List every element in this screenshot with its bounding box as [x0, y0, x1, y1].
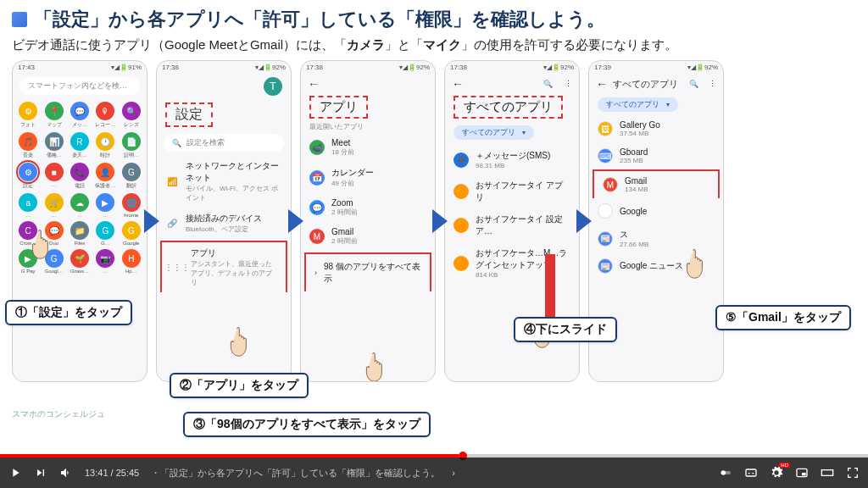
app-row[interactable]: 📹Meet18 分前	[301, 133, 435, 162]
video-title: ・「設定」から各アプリへ「許可」している「権限」を確認しよう。	[151, 467, 440, 480]
all-apps-list[interactable]: 🖼Gallery Go37.54 MB⌨Gboard235 MBMGmail13…	[589, 115, 723, 279]
settings-title: 設定	[165, 103, 213, 127]
app-cell[interactable]: HHp…	[120, 249, 143, 274]
app-cell[interactable]: GGoogl…	[42, 249, 65, 274]
status-right: ▾◢🔋92%	[543, 64, 574, 71]
app-cell[interactable]: ⚙フォト	[16, 102, 40, 129]
show-all-apps[interactable]: › 98 個のアプリをすべて表示	[304, 252, 431, 291]
app-cell[interactable]: 📞電話	[68, 163, 92, 190]
search-icon[interactable]: 🔍	[543, 80, 553, 88]
svg-point-1	[721, 470, 726, 474]
volume-button[interactable]	[59, 466, 73, 480]
statusbar: 17:38 ▾◢🔋92%	[445, 61, 579, 74]
app-cell[interactable]: 🎵音楽	[16, 132, 40, 159]
app-row[interactable]: 🔶おサイフケータイ 設定ア…	[445, 208, 579, 242]
app-row[interactable]: MGmail134 MB	[593, 169, 720, 198]
app-cell[interactable]: 💬メッ…	[68, 102, 92, 129]
filter-pill[interactable]: すべてのアプリ	[598, 97, 678, 112]
app-cell[interactable]: ▶…	[93, 193, 117, 218]
search-icon[interactable]: 🔍	[689, 80, 698, 88]
arrow-icon	[432, 209, 448, 233]
phone-3: 17:38 ▾◢🔋92% アプリ 最近開いたアプリ 📹Meet18 分前📅カレン…	[300, 60, 436, 382]
filter-pill[interactable]: すべてのアプリ	[453, 125, 534, 140]
status-time: 17:39	[594, 64, 611, 71]
settings-row[interactable]: 📶ネットワークとインターネットモバイル、Wi-Fi、アクセス ポイント	[157, 155, 291, 208]
app-cell[interactable]: 🌱Grass…	[68, 249, 92, 274]
app-row[interactable]: GGoogle	[589, 198, 723, 224]
app-cell[interactable]: 🕐時計	[93, 132, 117, 159]
app-cell[interactable]: ■…	[42, 163, 65, 190]
next-button[interactable]	[34, 466, 47, 480]
phones-row: 17:43 ▾◢🔋91% スマートフォン内などを検… ⚙フォト📍マップ💬メッ…🎙…	[12, 60, 856, 382]
subtitle-pre: ビデオ通話に使うアプリ（Google MeetとGmail）には、「	[12, 37, 347, 52]
statusbar: 17:39 ▾◢🔋92%	[589, 61, 723, 74]
subtitle-post: 」の使用を許可する必要になります。	[461, 37, 677, 52]
app-cell[interactable]: ☁…	[68, 193, 92, 218]
statusbar: 17:38 ▾◢🔋92%	[301, 61, 435, 74]
phone-2: 17:38 ▾◢🔋92% T 設定 🔍 設定を検索 📶ネットワークとインターネッ…	[156, 60, 292, 382]
search-input[interactable]: スマートフォン内などを検…	[19, 77, 140, 95]
app-row[interactable]: 📰ス27.66 MB	[589, 224, 723, 253]
app-cell[interactable]: 💬Duo	[42, 221, 65, 246]
app-row[interactable]: 🔶おサイフケータイ アプリ	[445, 175, 579, 208]
app-cell[interactable]: G翻訳	[120, 163, 143, 190]
app-cell[interactable]: 🛒…	[42, 193, 65, 218]
back-icon[interactable]	[308, 77, 320, 91]
status-time: 17:38	[450, 64, 467, 71]
chevron-right-icon: ›	[452, 468, 455, 478]
hand-icon	[362, 349, 392, 382]
app-row[interactable]: 📰Google ニュース	[589, 253, 723, 279]
app-cell[interactable]: 📍マップ	[42, 102, 65, 129]
app-cell[interactable]: 📄証明…	[120, 132, 143, 159]
app-row[interactable]: ⌨Gboard235 MB	[589, 142, 723, 169]
app-cell[interactable]: CCrow…	[16, 221, 40, 246]
play-button[interactable]	[8, 466, 22, 480]
callout-4: ④下にスライド	[514, 317, 617, 342]
app-cell[interactable]: 📁Files	[68, 221, 92, 246]
title-row: 「設定」から各アプリへ「許可」している「権限」を確認しよう。	[12, 7, 856, 32]
app-cell[interactable]: ⚙設定	[16, 163, 40, 190]
all-apps-list[interactable]: ➕＋メッセージ(SMS)98.31 MB🔶おサイフケータイ アプリ🔶おサイフケー…	[445, 145, 579, 284]
app-cell[interactable]: GG…	[93, 221, 117, 246]
slide-title: 「設定」から各アプリへ「許可」している「権限」を確認しよう。	[34, 7, 605, 32]
app-cell[interactable]: GGoogle	[120, 221, 143, 246]
app-cell[interactable]: 📊価格…	[42, 132, 65, 159]
callout-5: ⑤「Gmail」をタップ	[715, 305, 851, 330]
statusbar: 17:38 ▾◢🔋92%	[157, 61, 291, 74]
app-row[interactable]: 💬Zoom2 時間前	[301, 193, 435, 222]
app-cell[interactable]: 🎙レコー…	[93, 102, 117, 129]
settings-button[interactable]	[770, 466, 783, 480]
app-row[interactable]: 🔶おサイフケータ…M…ラグインセットアップ814 KB	[445, 242, 579, 284]
app-row[interactable]: 📅カレンダー49 分前	[301, 162, 435, 193]
subtitle-bold1: カメラ	[347, 37, 385, 52]
back-icon[interactable]	[596, 77, 608, 91]
avatar[interactable]: T	[264, 77, 282, 96]
app-cell[interactable]: 📷…	[93, 249, 117, 274]
app-cell[interactable]: 🌐hrome	[120, 193, 143, 218]
filter-wrap: すべてのアプリ	[445, 120, 579, 145]
settings-search[interactable]: 🔍 設定を検索	[164, 134, 284, 152]
fullscreen-button[interactable]	[846, 466, 860, 480]
theater-button[interactable]	[821, 466, 834, 480]
status-right: ▾◢🔋92%	[255, 64, 286, 71]
app-row[interactable]: 🖼Gallery Go37.54 MB	[589, 115, 723, 142]
back-icon[interactable]	[452, 77, 464, 91]
app-row[interactable]: MGmail2 時間前	[301, 222, 435, 251]
brand-label: スマホのコンシェルジュ	[12, 408, 105, 420]
miniplayer-button[interactable]	[795, 466, 809, 480]
app-grid[interactable]: ⚙フォト📍マップ💬メッ…🎙レコー…🔍レンズ🎵音楽📊価格…R楽天…🕐時計📄証明…⚙…	[13, 98, 147, 277]
settings-row[interactable]: 🔗接続済みのデバイスBluetooth、ペア設定	[157, 208, 291, 239]
app-cell[interactable]: ▶G Pay	[16, 249, 40, 274]
status-time: 17:38	[306, 64, 323, 71]
settings-title-wrap: 設定	[157, 99, 291, 130]
app-cell[interactable]: 👤保護者…	[93, 163, 117, 190]
app-cell[interactable]: a…	[16, 193, 40, 218]
more-icon[interactable]: ⋮	[709, 80, 716, 88]
captions-button[interactable]	[744, 466, 758, 480]
more-icon[interactable]: ⋮	[565, 80, 572, 88]
app-cell[interactable]: R楽天…	[68, 132, 92, 159]
app-cell[interactable]: 🔍レンズ	[120, 102, 143, 129]
autoplay-toggle[interactable]	[719, 466, 732, 480]
app-row[interactable]: ➕＋メッセージ(SMS)98.31 MB	[445, 145, 579, 175]
settings-row[interactable]: ⋮⋮⋮アプリアシスタント、最近使ったアプリ、デフォルトのアプリ	[160, 241, 287, 292]
